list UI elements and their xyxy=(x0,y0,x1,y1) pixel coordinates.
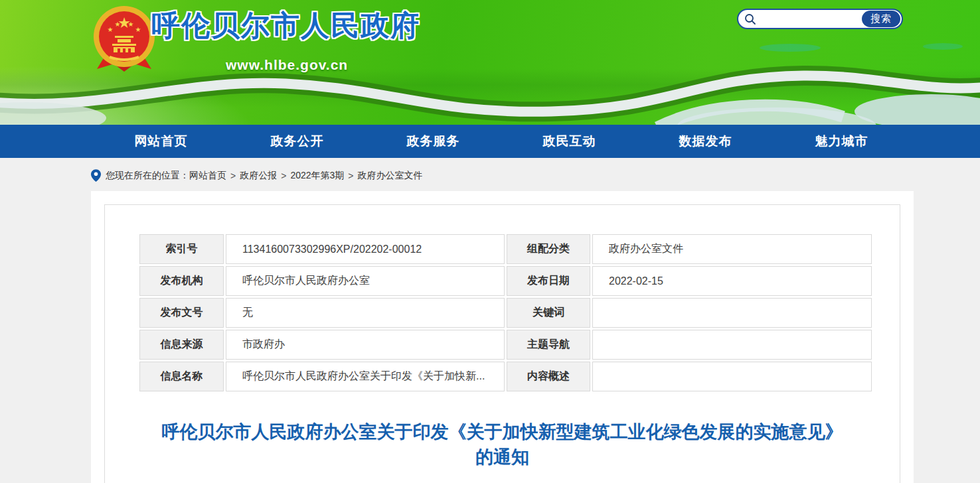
breadcrumb-separator: > xyxy=(348,171,353,181)
breadcrumb-separator: > xyxy=(281,171,286,181)
nav-item-city[interactable]: 魅力城市 xyxy=(774,125,910,158)
search-input[interactable] xyxy=(760,11,862,27)
search-box: 搜索 xyxy=(737,9,903,29)
meta-row-agency-date: 发布机构 呼伦贝尔市人民政府办公室 发布日期 2022-02-15 xyxy=(139,266,872,296)
breadcrumb-item-issue[interactable]: 2022年第3期 xyxy=(290,170,344,182)
search-icon xyxy=(744,13,756,25)
meta-label-summary: 内容概述 xyxy=(507,362,590,391)
breadcrumb-separator: > xyxy=(230,171,236,181)
location-pin-icon xyxy=(91,169,101,182)
meta-label-index-number: 索引号 xyxy=(139,234,224,264)
nav-item-gov-service[interactable]: 政务服务 xyxy=(365,125,501,158)
meta-value-doc-number: 无 xyxy=(226,298,505,328)
meta-label-category: 组配分类 xyxy=(507,234,590,264)
svg-text:★: ★ xyxy=(128,21,134,28)
meta-value-info-name: 呼伦贝尔市人民政府办公室关于印发《关于加快新... xyxy=(226,362,505,391)
meta-value-publish-date: 2022-02-15 xyxy=(592,266,872,296)
svg-text:★: ★ xyxy=(115,21,121,28)
meta-row-docnumber-keywords: 发布文号 无 关键词 xyxy=(139,298,872,328)
nav-item-home[interactable]: 网站首页 xyxy=(93,125,229,158)
breadcrumb-item-category[interactable]: 政府办公室文件 xyxy=(358,170,423,182)
meta-label-issuing-agency: 发布机构 xyxy=(139,266,224,296)
meta-row-name-summary: 信息名称 呼伦贝尔市人民政府办公室关于印发《关于加快新... 内容概述 xyxy=(139,362,872,391)
header-banner: ★ ★ ★ ★ ★ 呼伦贝尔市人民政府 www.hlbe.gov xyxy=(0,0,980,125)
document-panel: 索引号 1134160073302996XP/202202-00012 组配分类… xyxy=(104,204,900,483)
meta-value-keywords xyxy=(592,298,872,328)
search-button[interactable]: 搜索 xyxy=(862,11,900,27)
svg-text:★: ★ xyxy=(108,26,114,33)
nav-item-gov-info[interactable]: 政务公开 xyxy=(229,125,365,158)
meta-label-doc-number: 发布文号 xyxy=(139,298,224,328)
national-emblem: ★ ★ ★ ★ ★ xyxy=(91,4,157,74)
breadcrumb: 您现在所在的位置： 网站首页 > 政府公报 > 2022年第3期 > 政府办公室… xyxy=(91,158,980,182)
main-nav: 网站首页 政务公开 政务服务 政民互动 数据发布 魅力城市 xyxy=(0,125,980,158)
svg-text:★: ★ xyxy=(135,26,141,33)
meta-value-source: 市政府办 xyxy=(226,330,505,360)
meta-label-info-name: 信息名称 xyxy=(139,362,224,391)
meta-row-source-topic: 信息来源 市政府办 主题导航 xyxy=(139,330,872,360)
meta-value-index-number: 1134160073302996XP/202202-00012 xyxy=(226,234,505,264)
meta-value-category: 政府办公室文件 xyxy=(592,234,872,264)
meta-label-topic-nav: 主题导航 xyxy=(507,330,590,360)
content-card: 索引号 1134160073302996XP/202202-00012 组配分类… xyxy=(91,191,914,483)
meta-row-index-category: 索引号 1134160073302996XP/202202-00012 组配分类… xyxy=(139,234,872,264)
document-title: 呼伦贝尔市人民政府办公室关于印发《关于加快新型建筑工业化绿色发展的实施意见》的通… xyxy=(157,420,847,470)
meta-value-topic-nav xyxy=(592,330,872,360)
breadcrumb-prefix: 您现在所在的位置： xyxy=(106,170,189,182)
meta-label-keywords: 关键词 xyxy=(507,298,590,328)
document-meta-table: 索引号 1134160073302996XP/202202-00012 组配分类… xyxy=(137,232,874,393)
nav-item-data[interactable]: 数据发布 xyxy=(637,125,774,158)
meta-label-source: 信息来源 xyxy=(139,330,224,360)
nav-item-interaction[interactable]: 政民互动 xyxy=(501,125,637,158)
meta-value-issuing-agency: 呼伦贝尔市人民政府办公室 xyxy=(226,266,505,296)
breadcrumb-item-gazette[interactable]: 政府公报 xyxy=(240,170,277,182)
meta-label-publish-date: 发布日期 xyxy=(507,266,590,296)
meta-value-summary xyxy=(592,362,872,391)
breadcrumb-item-home[interactable]: 网站首页 xyxy=(189,170,226,182)
site-url: www.hlbe.gov.cn xyxy=(226,57,348,73)
